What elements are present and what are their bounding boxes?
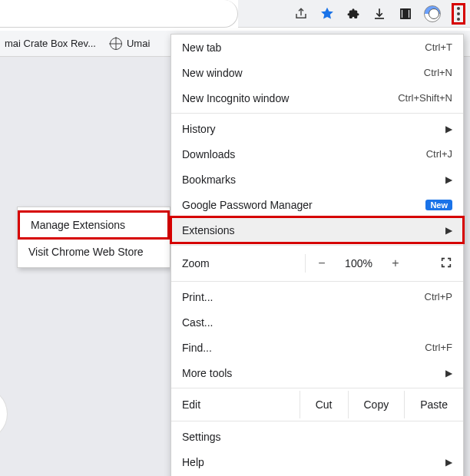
submenu-label: Manage Extensions (31, 219, 125, 231)
menu-separator (171, 281, 463, 282)
menu-separator (171, 421, 463, 421)
edit-label: Edit (182, 398, 300, 411)
bookmark-item-1[interactable]: mai Crate Box Rev... (5, 38, 96, 49)
menu-find[interactable]: Find... Ctrl+F (171, 335, 463, 360)
svg-point-2 (457, 7, 460, 10)
menu-label: Find... (182, 342, 425, 354)
page-curve (0, 387, 8, 441)
new-badge: New (425, 200, 452, 210)
menu-downloads[interactable]: Downloads Ctrl+J (171, 141, 463, 167)
edit-paste-label: Paste (420, 398, 448, 411)
menu-separator (171, 245, 463, 246)
submenu-chrome-web-store[interactable]: Visit Chrome Web Store (18, 240, 170, 264)
reader-icon[interactable] (398, 6, 413, 21)
menu-help[interactable]: Help ▶ (171, 449, 463, 474)
menu-new-tab[interactable]: New tab Ctrl+T (171, 35, 463, 60)
bookmark-item-2[interactable]: Umai (110, 38, 150, 50)
zoom-label: Zoom (182, 257, 305, 269)
chevron-right-icon: ▶ (445, 368, 452, 378)
bookmark-label: mai Crate Box Rev... (5, 38, 96, 49)
menu-label: Help (182, 456, 439, 468)
toolbar (0, 0, 470, 31)
zoom-value: 100% (338, 257, 379, 269)
bookmark-label: Umai (127, 38, 150, 49)
menu-accelerator: Ctrl+P (425, 291, 452, 302)
profile-avatar[interactable] (424, 5, 441, 22)
svg-rect-1 (403, 9, 408, 18)
zoom-in-button[interactable]: + (379, 256, 412, 270)
menu-password-manager[interactable]: Google Password Manager New (171, 192, 463, 217)
svg-point-3 (457, 12, 460, 15)
menu-zoom: Zoom − 100% + (171, 248, 463, 279)
menu-cast[interactable]: Cast... (171, 309, 463, 335)
submenu-manage-extensions[interactable]: Manage Extensions (18, 210, 170, 240)
zoom-out-button[interactable]: − (306, 256, 338, 270)
more-menu-button[interactable] (452, 3, 465, 25)
menu-more-tools[interactable]: More tools ▶ (171, 360, 463, 385)
menu-label: New tab (182, 41, 425, 54)
menu-label: More tools (182, 367, 439, 379)
menu-new-window[interactable]: New window Ctrl+N (171, 60, 463, 85)
menu-label: Print... (182, 291, 425, 303)
menu-label: Google Password Manager (182, 199, 421, 211)
chevron-right-icon: ▶ (445, 174, 452, 185)
menu-accelerator: Ctrl+N (424, 67, 452, 78)
submenu-label: Visit Chrome Web Store (28, 246, 144, 258)
menu-accelerator: Ctrl+F (425, 342, 452, 353)
menu-accelerator: Ctrl+Shift+N (398, 92, 452, 104)
edit-paste-button[interactable]: Paste (404, 391, 463, 418)
menu-accelerator: Ctrl+J (426, 148, 452, 160)
menu-label: Settings (182, 431, 452, 443)
bookmark-star-icon[interactable] (319, 6, 335, 21)
omnibox[interactable] (0, 0, 238, 28)
menu-label: Bookmarks (182, 174, 439, 186)
menu-label: History (182, 123, 439, 135)
fullscreen-icon[interactable] (440, 256, 452, 271)
edit-copy-label: Copy (364, 398, 389, 411)
menu-incognito[interactable]: New Incognito window Ctrl+Shift+N (171, 85, 463, 111)
main-menu: New tab Ctrl+T New window Ctrl+N New Inc… (170, 34, 464, 476)
menu-print[interactable]: Print... Ctrl+P (171, 284, 463, 309)
menu-separator (171, 113, 463, 114)
menu-label: New window (182, 67, 424, 79)
menu-accelerator: Ctrl+T (425, 41, 452, 53)
chevron-right-icon: ▶ (445, 457, 452, 468)
menu-label: Downloads (182, 148, 426, 160)
menu-history[interactable]: History ▶ (171, 116, 463, 141)
chevron-right-icon: ▶ (445, 124, 452, 134)
toolbar-right (238, 0, 470, 28)
menu-settings[interactable]: Settings (171, 424, 463, 449)
share-icon[interactable] (293, 6, 309, 21)
globe-icon (110, 38, 122, 50)
menu-bookmarks[interactable]: Bookmarks ▶ (171, 167, 463, 192)
menu-extensions[interactable]: Extensions ▶ (171, 217, 463, 243)
menu-edit-row: Edit Cut Copy Paste (171, 391, 463, 418)
download-icon[interactable] (372, 6, 387, 21)
edit-copy-button[interactable]: Copy (348, 391, 405, 418)
menu-label: New Incognito window (182, 92, 398, 104)
menu-label: Cast... (182, 316, 452, 329)
edit-cut-label: Cut (316, 398, 333, 411)
menu-label: Extensions (182, 224, 439, 236)
svg-point-4 (457, 18, 460, 21)
edit-cut-button[interactable]: Cut (300, 391, 348, 418)
menu-separator (171, 388, 463, 388)
chevron-right-icon: ▶ (445, 225, 452, 236)
extensions-submenu: Manage Extensions Visit Chrome Web Store (17, 207, 170, 268)
extensions-puzzle-icon[interactable] (346, 6, 361, 21)
